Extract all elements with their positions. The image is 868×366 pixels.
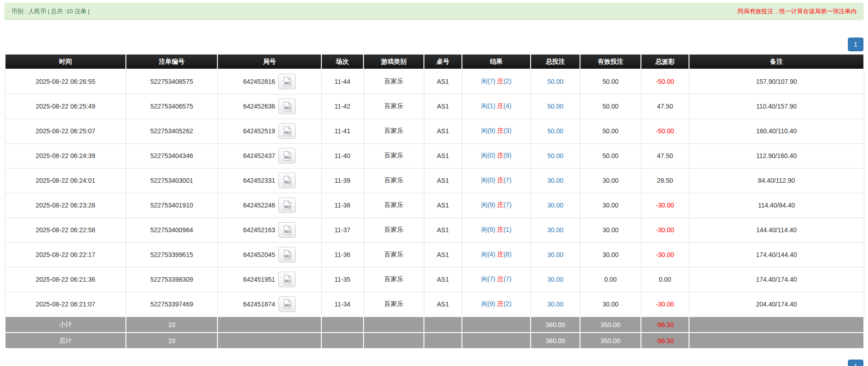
result-banker: 庄 [495, 300, 504, 307]
video-file-icon [282, 299, 292, 309]
total-bet-link[interactable]: 30.00 [547, 226, 563, 234]
round-video-button[interactable] [278, 98, 296, 114]
cell-valid-bet: 30.00 [580, 168, 641, 193]
round-video-button[interactable] [278, 272, 296, 287]
cell-session: 11-40 [321, 143, 363, 168]
cell-payout: 47.50 [641, 143, 689, 168]
foot-empty [462, 333, 531, 349]
cell-valid-bet: 0.00 [580, 267, 641, 292]
result-banker-point: (1) [504, 226, 511, 233]
cell-game-type: 百家乐 [363, 168, 424, 193]
cell-valid-bet: 50.00 [580, 143, 641, 168]
cell-round-no: 642452163 [217, 218, 321, 242]
video-file-icon [282, 250, 292, 260]
foot-label: 总计 [5, 333, 126, 349]
round-video-button[interactable] [278, 296, 296, 312]
cell-valid-bet: 30.00 [580, 193, 641, 218]
round-number: 642452636 [243, 103, 275, 110]
video-file-icon [282, 175, 292, 186]
cell-valid-bet: 30.00 [580, 292, 641, 317]
table-row: 2025-08-22 06:21:36522753398309642451951… [5, 267, 864, 292]
total-bet-link[interactable]: 30.00 [547, 300, 563, 308]
col-header-table-no: 桌号 [424, 54, 462, 69]
page-1-button[interactable]: 1 [848, 38, 863, 51]
total-bet-link[interactable]: 30.00 [547, 177, 563, 184]
cell-bet-no: 522753403001 [126, 168, 217, 193]
result-player: 闲(9) [481, 226, 495, 233]
total-bet-link[interactable]: 30.00 [547, 251, 563, 258]
cell-valid-bet: 50.00 [580, 94, 641, 119]
total-bet-link[interactable]: 50.00 [547, 78, 563, 85]
round-number: 642452246 [243, 202, 275, 209]
cell-session: 11-36 [321, 242, 363, 267]
result-player: 闲(9) [481, 300, 495, 307]
cell-bet-no: 522753398309 [126, 267, 217, 292]
cell-remark: 114.40/84.40 [689, 193, 864, 218]
result-player: 闲(0) [481, 176, 495, 184]
result-banker-point: (7) [504, 275, 511, 283]
page-1-button-bottom[interactable]: 1 [848, 360, 863, 366]
cell-payout: 47.50 [641, 94, 689, 119]
cell-result: 闲(4) 庄(8) [462, 242, 531, 267]
cell-time: 2025-08-22 06:21:07 [5, 292, 126, 317]
table-header-row: 时间注单编号局号场次游戏类别桌号结果总投注有效投注总派彩备注 [5, 54, 864, 69]
pagination-bottom: 1 [5, 360, 863, 366]
cell-valid-bet: 30.00 [580, 242, 641, 267]
round-cell-inner: 642452636 [243, 98, 296, 114]
total-bet-link[interactable]: 50.00 [547, 103, 563, 110]
cell-total-bet: 30.00 [531, 193, 580, 218]
cell-remark: 157.90/107.90 [689, 69, 864, 94]
cell-table-no: AS1 [424, 119, 462, 143]
cell-table-no: AS1 [424, 292, 462, 317]
result-banker-point: (2) [504, 300, 511, 307]
cell-result: 闲(9) 庄(7) [462, 193, 531, 218]
round-video-button[interactable] [278, 197, 296, 213]
cell-table-no: AS1 [424, 267, 462, 292]
round-video-button[interactable] [278, 74, 296, 89]
total-bet-link[interactable]: 30.00 [547, 276, 563, 283]
cell-table-no: AS1 [424, 94, 462, 119]
cell-total-bet: 50.00 [531, 69, 580, 94]
valid-bet-notice-text: 同局有效投注，统一计算在该局第一张注单内 [738, 7, 857, 16]
foot-empty [321, 333, 363, 349]
round-video-button[interactable] [278, 148, 296, 164]
round-video-button[interactable] [278, 222, 296, 238]
round-number: 642452331 [243, 177, 275, 184]
cell-total-bet: 30.00 [531, 168, 580, 193]
result-player: 闲(7) [481, 77, 495, 85]
cell-bet-no: 522753405262 [126, 119, 217, 143]
foot-empty [363, 317, 424, 333]
round-video-button[interactable] [278, 123, 296, 139]
result-banker: 庄 [495, 152, 504, 159]
foot-total-bet: 380.00 [531, 333, 580, 349]
cell-valid-bet: 50.00 [580, 69, 641, 94]
cell-bet-no: 522753408575 [126, 69, 217, 94]
cell-game-type: 百家乐 [363, 242, 424, 267]
col-header-payout: 总派彩 [641, 54, 689, 69]
cell-result: 闲(9) 庄(3) [462, 119, 531, 143]
round-video-button[interactable] [278, 247, 296, 262]
total-bet-link[interactable]: 50.00 [547, 152, 563, 159]
round-cell-inner: 642451874 [243, 296, 296, 312]
cell-game-type: 百家乐 [363, 94, 424, 119]
table-row: 2025-08-22 06:23:28522753401910642452246… [5, 193, 864, 218]
round-video-button[interactable] [278, 173, 296, 188]
cell-time: 2025-08-22 06:25:49 [5, 94, 126, 119]
col-header-game-type: 游戏类别 [363, 54, 424, 69]
cell-round-no: 642452045 [217, 242, 321, 267]
video-file-icon [282, 274, 292, 285]
video-file-icon [282, 200, 292, 211]
video-file-icon [282, 151, 292, 161]
result-banker: 庄 [495, 275, 504, 283]
cell-payout: 28.50 [641, 168, 689, 193]
total-bet-link[interactable]: 30.00 [547, 202, 563, 209]
cell-time: 2025-08-22 06:26:55 [5, 69, 126, 94]
total-bet-link[interactable]: 50.00 [547, 127, 563, 135]
cell-payout: -50.00 [641, 119, 689, 143]
table-row: 2025-08-22 06:25:07522753405262642452519… [5, 119, 864, 143]
round-number: 642451874 [243, 300, 275, 308]
table-row: 2025-08-22 06:26:55522753408575642452816… [5, 69, 864, 94]
cell-bet-no: 522753400964 [126, 218, 217, 242]
cell-game-type: 百家乐 [363, 69, 424, 94]
cell-remark: 144.40/114.40 [689, 218, 864, 242]
